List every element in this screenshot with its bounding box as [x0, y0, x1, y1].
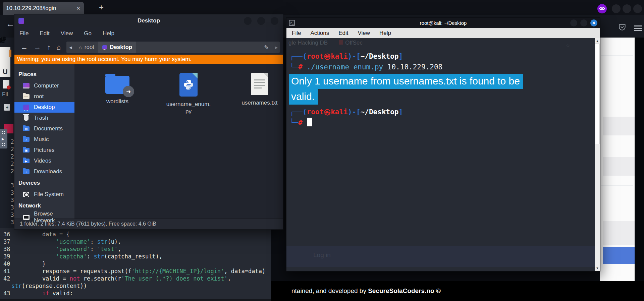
forward-icon[interactable]: →: [34, 43, 41, 51]
ghost-bookmark: OffSec: [339, 40, 363, 46]
pocket-icon[interactable]: [618, 23, 627, 33]
sidebar-item-desktop[interactable]: Desktop: [14, 102, 74, 113]
drag-dots-icon[interactable]: [1, 142, 5, 146]
menu-view[interactable]: View: [61, 30, 73, 37]
computer-icon: [22, 83, 30, 88]
downloads-icon: ↓: [22, 169, 30, 174]
sidebar-item-label: Desktop: [34, 104, 55, 111]
terminal-titlebar[interactable]: >_ root@kali: ~/Desktop ✕: [286, 18, 600, 28]
menu-edit[interactable]: Edit: [40, 30, 49, 37]
code-editor[interactable]: 36 data = {37 'username': str(u),38 'pas…: [0, 228, 271, 301]
form-field-fragment[interactable]: [603, 221, 635, 245]
scroll-down-icon[interactable]: ▼: [595, 265, 600, 271]
file-manager-window: Desktop FileEditViewGoHelp ← → ↑ ⌂ ◂ ⌂ro…: [14, 14, 283, 230]
file-item-wordlists[interactable]: ➜wordlists: [94, 73, 141, 219]
menu-file[interactable]: File: [292, 30, 301, 37]
root-icon: [22, 94, 30, 99]
code-line: 38 'password': 'test',: [0, 245, 271, 253]
trash-icon: [22, 115, 30, 121]
sidebar-item-documents[interactable]: ▤Documents: [14, 123, 74, 134]
scroll-up-icon[interactable]: ▲: [595, 38, 600, 44]
breadcrumb-root[interactable]: ⌂root: [75, 42, 98, 53]
tab-title: 10.10.229.208/login: [6, 5, 56, 12]
page-footer: ntained, and developed by SecureSolaCode…: [265, 281, 644, 301]
footer-brand: SecureSolaCoders.no ©: [368, 287, 441, 295]
menu-edit[interactable]: Edit: [338, 30, 348, 37]
sidebar-item-label: Documents: [34, 125, 63, 132]
page-fragment: U: [0, 47, 10, 77]
login-button-fragment[interactable]: [603, 247, 635, 264]
menu-actions[interactable]: Actions: [310, 30, 329, 37]
annotation-highlight: Only 1 username from usernames.txt is fo…: [289, 74, 591, 105]
tab-close-icon[interactable]: ✕: [76, 5, 80, 11]
mask-extension-icon[interactable]: [597, 4, 607, 13]
form-field-fragment[interactable]: [603, 157, 635, 176]
back-icon[interactable]: ←: [21, 43, 28, 51]
sidebar-item-label: Downloads: [34, 168, 62, 175]
line-number: 42: [0, 275, 15, 282]
sidebar-item-music[interactable]: ♪Music: [14, 134, 74, 145]
browser-tab[interactable]: 10.10.229.208/login ✕: [3, 2, 84, 15]
file-label: usernames.txt: [242, 99, 278, 107]
up-icon[interactable]: ↑: [47, 43, 51, 51]
file-item-username-enum-py[interactable]: username_enum.py: [165, 73, 212, 219]
devices-header: Devices: [14, 177, 74, 189]
menu-file[interactable]: File: [19, 30, 29, 37]
link-arrow-icon: ➜: [123, 86, 134, 97]
browse-network-icon: [22, 215, 30, 220]
sidebar-item-label: Pictures: [34, 147, 54, 154]
form-field-fragment[interactable]: [603, 117, 635, 135]
terminal-line: └─# ./username_enum.py 10.10.229.208: [290, 62, 591, 72]
sidebar-item-file-system[interactable]: File System: [14, 189, 74, 200]
menu-go[interactable]: Go: [84, 30, 92, 37]
new-tab-button[interactable]: +: [99, 3, 104, 12]
sidebar-item-label: Trash: [34, 115, 48, 121]
plus-icon[interactable]: +: [4, 104, 10, 111]
browser-back-icon[interactable]: ←: [6, 19, 15, 29]
file-label: username_enum.py: [165, 101, 212, 115]
places-header: Places: [14, 68, 74, 80]
menu-view[interactable]: View: [358, 30, 370, 37]
file-manager-titlebar[interactable]: Desktop: [14, 14, 283, 27]
scrollbar-thumb[interactable]: [595, 44, 600, 144]
sidebar-item-computer[interactable]: Computer: [14, 80, 74, 91]
login-page-sliver: [600, 38, 635, 281]
crumb-left-icon[interactable]: ◂: [66, 42, 75, 53]
terminal-menubar: FileActionsEditViewHelp: [286, 28, 600, 38]
drag-dots-icon[interactable]: [1, 130, 5, 134]
sidebar-item-root[interactable]: root: [14, 91, 74, 102]
line-number: 41: [0, 267, 15, 275]
ghost-star-icon: ☆: [566, 41, 570, 49]
ghost-bookmark: gle Hacking DB: [288, 40, 328, 46]
toolbar-circle-icon[interactable]: [612, 4, 621, 13]
home-icon[interactable]: ⌂: [57, 43, 61, 51]
sidebar-item-videos[interactable]: ▶Videos: [14, 156, 74, 166]
code-line: 42 valid = not re.search(r'The user (.*?…: [0, 275, 271, 282]
recorder-widget[interactable]: ▶: [0, 129, 7, 148]
edit-path-icon[interactable]: ✎: [260, 42, 273, 53]
line-number: 39: [0, 253, 15, 260]
sidebar-item-downloads[interactable]: ↓Downloads: [14, 166, 74, 177]
sidebar-item-trash[interactable]: Trash: [14, 113, 74, 123]
play-icon[interactable]: ▶: [2, 137, 4, 141]
sidebar-item-pictures[interactable]: ▣Pictures: [14, 145, 74, 156]
sidebar-item-label: Videos: [34, 158, 51, 164]
editor-menu-fragment[interactable]: Fil: [2, 91, 8, 98]
menu-icon[interactable]: [634, 24, 642, 33]
terminal-scrollbar[interactable]: ▲ ▼: [595, 38, 600, 271]
code-line: 43 if valid:: [0, 290, 271, 297]
file-list-area[interactable]: ➜wordlistsusername_enum.pyusernames.txt: [74, 64, 283, 219]
menu-help[interactable]: Help: [379, 30, 391, 37]
terminal-line: ┌──(root㉿kali)-[~/Desktop]: [290, 107, 591, 117]
breadcrumb-desktop[interactable]: Desktop: [98, 42, 136, 53]
terminal-screen[interactable]: gle Hacking DB OffSec ☆ Log in ┌──(root㉿…: [286, 38, 600, 271]
file-label: wordlists: [106, 98, 128, 105]
toolbar-circle-icon[interactable]: [623, 4, 631, 13]
line-number: 38: [0, 245, 15, 253]
crumb-right-icon[interactable]: ▸: [273, 42, 280, 53]
toolbar-circle-icon[interactable]: [633, 4, 642, 13]
file-item-usernames-txt[interactable]: usernames.txt: [236, 73, 283, 219]
menu-help[interactable]: Help: [103, 30, 114, 37]
file-manager-toolbar: ← → ↑ ⌂ ◂ ⌂root Desktop ✎ ▸: [14, 40, 283, 55]
code-line: 39 'captcha': str(captcha_result),: [0, 253, 271, 260]
